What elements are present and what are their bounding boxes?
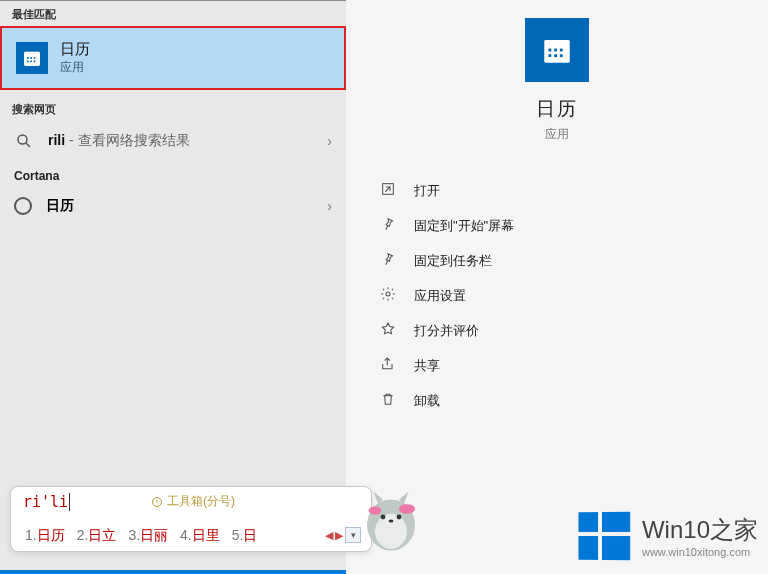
calendar-icon (525, 18, 589, 82)
svg-rect-14 (560, 49, 563, 52)
chevron-right-icon: › (327, 133, 332, 149)
cortana-item[interactable]: 日历 › (0, 187, 346, 225)
action-label: 固定到任务栏 (414, 252, 492, 270)
search-web-header: 搜索网页 (0, 96, 346, 121)
watermark-title: Win10之家 (642, 514, 758, 546)
svg-rect-6 (27, 61, 29, 63)
action-label: 打分并评价 (414, 322, 479, 340)
preview-subtitle: 应用 (346, 126, 768, 143)
svg-point-24 (397, 515, 402, 520)
search-icon (14, 131, 34, 151)
share-icon (380, 356, 398, 375)
svg-point-25 (389, 519, 394, 522)
watermark-url: www.win10xitong.com (642, 546, 758, 558)
svg-rect-3 (27, 57, 29, 59)
svg-rect-5 (34, 57, 36, 59)
search-web-label: rili - 查看网络搜索结果 (48, 132, 190, 150)
action-label: 共享 (414, 357, 440, 375)
ime-prev-icon[interactable]: ◀ (325, 529, 333, 542)
preview-title: 日历 (346, 96, 768, 122)
preview-header: 日历 应用 (346, 0, 768, 163)
svg-rect-15 (549, 54, 552, 57)
ime-candidates: 1.日历 2.日立 3.日丽 4.日里 5.日 (25, 527, 257, 545)
svg-point-19 (386, 292, 390, 296)
windows-logo-icon (578, 512, 630, 561)
svg-rect-16 (554, 54, 557, 57)
best-match-subtitle: 应用 (60, 59, 90, 76)
action-label: 打开 (414, 182, 440, 200)
svg-rect-7 (30, 61, 32, 63)
action-share[interactable]: 共享 (376, 348, 738, 383)
best-match-header: 最佳匹配 (0, 1, 346, 26)
ime-toolbox[interactable]: 工具箱(分号) (151, 493, 235, 510)
search-web-item[interactable]: rili - 查看网络搜索结果 › (0, 121, 346, 161)
svg-rect-4 (30, 57, 32, 59)
svg-rect-1 (25, 52, 40, 55)
taskbar-accent (0, 570, 346, 574)
action-pin-start[interactable]: 固定到"开始"屏幕 (376, 208, 738, 243)
svg-rect-17 (560, 54, 563, 57)
action-app-settings[interactable]: 应用设置 (376, 278, 738, 313)
ime-candidate-5[interactable]: 5.日 (232, 527, 258, 545)
best-match-text: 日历 应用 (60, 40, 90, 76)
action-list: 打开 固定到"开始"屏幕 固定到任务栏 应用设置 (346, 173, 768, 418)
pin-icon (380, 251, 398, 270)
svg-rect-12 (549, 49, 552, 52)
action-pin-taskbar[interactable]: 固定到任务栏 (376, 243, 738, 278)
ime-mascot-icon (351, 477, 431, 557)
svg-point-27 (369, 507, 382, 515)
svg-point-26 (399, 504, 415, 514)
calendar-icon (16, 42, 48, 74)
ime-panel: ri'li 工具箱(分号) 1.日历 2.日立 3.日丽 4.日里 5.日 ◀ … (10, 486, 372, 552)
star-icon (380, 321, 398, 340)
trash-icon (380, 391, 398, 410)
gear-icon (380, 286, 398, 305)
cortana-header: Cortana (0, 161, 346, 187)
pin-icon (380, 216, 398, 235)
ime-candidate-1[interactable]: 1.日历 (25, 527, 65, 545)
watermark-text: Win10之家 www.win10xitong.com (642, 514, 758, 558)
action-label: 卸载 (414, 392, 440, 410)
action-label: 固定到"开始"屏幕 (414, 217, 514, 235)
svg-point-23 (381, 515, 386, 520)
watermark: Win10之家 www.win10xitong.com (578, 512, 758, 560)
ime-candidate-4[interactable]: 4.日里 (180, 527, 220, 545)
ime-next-icon[interactable]: ▶ (335, 529, 343, 542)
svg-line-10 (26, 143, 30, 147)
chevron-right-icon: › (327, 198, 332, 214)
action-rate[interactable]: 打分并评价 (376, 313, 738, 348)
cortana-item-label: 日历 (46, 197, 74, 215)
svg-rect-13 (554, 49, 557, 52)
best-match-title: 日历 (60, 40, 90, 59)
svg-point-22 (375, 514, 407, 549)
ime-candidate-2[interactable]: 2.日立 (77, 527, 117, 545)
svg-point-9 (18, 135, 27, 144)
cortana-circle-icon (14, 197, 32, 215)
ime-candidate-3[interactable]: 3.日丽 (128, 527, 168, 545)
action-label: 应用设置 (414, 287, 466, 305)
open-icon (380, 181, 398, 200)
action-uninstall[interactable]: 卸载 (376, 383, 738, 418)
ime-input[interactable]: ri'li (23, 493, 70, 511)
best-match-item[interactable]: 日历 应用 (0, 26, 346, 90)
action-open[interactable]: 打开 (376, 173, 738, 208)
svg-rect-8 (34, 61, 36, 63)
